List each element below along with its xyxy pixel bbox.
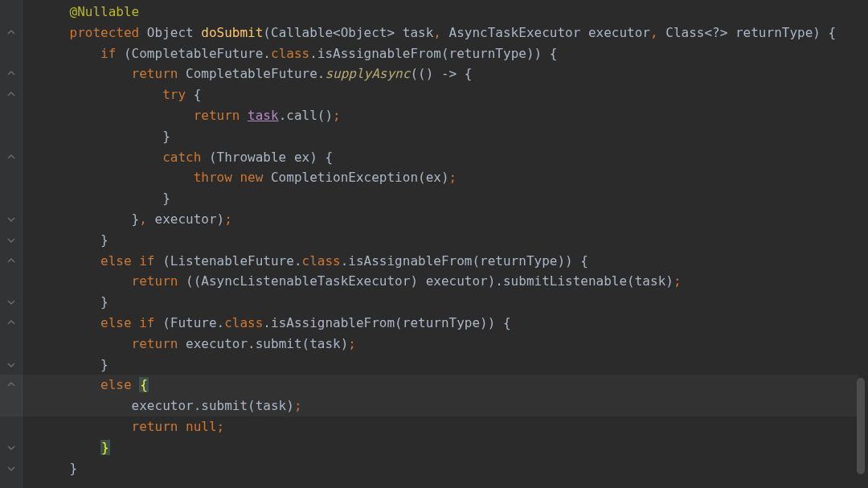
token: CompletableFuture.	[186, 66, 325, 81]
token: executor.submit(task)	[186, 336, 348, 351]
token: executor)	[155, 211, 225, 227]
token: task	[248, 108, 279, 123]
token: return	[194, 108, 248, 123]
code-line[interactable]: throw new CompletionException(ex);	[39, 167, 457, 188]
token: Object	[147, 25, 201, 40]
code-line[interactable]: try {	[39, 84, 201, 105]
token: .call()	[279, 108, 333, 123]
code-line[interactable]: }	[39, 292, 108, 313]
editor-gutter	[0, 0, 23, 488]
token: ;	[449, 170, 457, 185]
token: ;	[348, 336, 356, 351]
fold-open-icon[interactable]	[7, 29, 15, 37]
token: {	[194, 87, 202, 102]
token: supplyAsync	[325, 66, 410, 81]
code-line[interactable]: else {	[39, 375, 149, 396]
code-line[interactable]: }	[39, 458, 77, 479]
code-line[interactable]: protected Object doSubmit(Callable<Objec…	[39, 23, 836, 43]
token: (Callable<Object> task	[263, 25, 433, 40]
token: return	[132, 273, 186, 289]
fold-close-icon[interactable]	[7, 361, 15, 369]
token: ;	[674, 273, 682, 289]
token: }	[100, 357, 108, 372]
token: ,	[650, 25, 665, 40]
token: AsyncTaskExecutor executor	[449, 25, 650, 40]
code-line[interactable]: }	[39, 230, 108, 251]
token: }	[132, 211, 140, 227]
fold-open-icon[interactable]	[7, 70, 15, 78]
scrollbar-track[interactable]	[858, 0, 866, 488]
code-line[interactable]: return null;	[39, 416, 224, 437]
fold-close-icon[interactable]	[7, 215, 15, 223]
fold-close-icon[interactable]	[7, 298, 15, 306]
token: ((AsyncListenableTaskExecutor) executor)…	[186, 273, 674, 289]
fold-close-icon[interactable]	[7, 236, 15, 244]
token: ,	[139, 211, 154, 227]
token: }	[100, 232, 108, 248]
token: try	[162, 87, 194, 102]
token: }	[70, 461, 78, 476]
fold-open-icon[interactable]	[7, 381, 15, 389]
token: ;	[294, 398, 302, 413]
token: }	[162, 129, 170, 144]
token: executor.submit(task)	[132, 398, 294, 413]
code-line[interactable]: else if (Future.class.isAssignableFrom(r…	[39, 313, 511, 334]
code-area[interactable]: @Nullable protected Object doSubmit(Call…	[23, 0, 868, 488]
code-line[interactable]: @Nullable	[39, 2, 139, 23]
token: .isAssignableFrom(returnType)) {	[309, 46, 557, 61]
token: (ListenableFuture.	[162, 253, 301, 269]
token: CompletionException(ex)	[271, 170, 449, 185]
code-line[interactable]: return executor.submit(task);	[39, 334, 356, 355]
token: }	[100, 440, 110, 455]
code-line[interactable]: else if (ListenableFuture.class.isAssign…	[39, 251, 588, 272]
code-line[interactable]: }	[39, 188, 170, 209]
token: (CompletableFuture.	[124, 46, 271, 61]
token: if	[100, 46, 124, 61]
token: else	[100, 377, 139, 392]
token: .isAssignableFrom(returnType)) {	[341, 253, 588, 269]
token: catch	[162, 150, 209, 165]
token: Class<?> returnType) {	[665, 25, 836, 40]
fold-open-icon[interactable]	[7, 257, 15, 265]
code-line[interactable]: return ((AsyncListenableTaskExecutor) ex…	[39, 271, 682, 292]
token: (() -> {	[410, 66, 472, 81]
token: class	[302, 253, 341, 269]
token: class	[224, 315, 263, 330]
code-line[interactable]: }	[39, 355, 108, 375]
fold-close-icon[interactable]	[7, 444, 15, 452]
token: protected	[70, 25, 147, 40]
token: (Throwable ex) {	[209, 150, 333, 165]
code-line[interactable]: if (CompletableFuture.class.isAssignable…	[39, 43, 557, 64]
code-line[interactable]: }	[39, 437, 110, 458]
token: return	[132, 66, 186, 81]
token: ,	[433, 25, 448, 40]
token: doSubmit	[201, 25, 263, 40]
code-line[interactable]: catch (Throwable ex) {	[39, 147, 333, 168]
code-line[interactable]: return CompletableFuture.supplyAsync(() …	[39, 64, 472, 84]
token: return	[132, 336, 186, 351]
token: throw new	[194, 170, 271, 185]
fold-open-icon[interactable]	[7, 154, 15, 162]
code-line[interactable]: return task.call();	[39, 105, 341, 126]
token: else if	[100, 315, 162, 330]
token: }	[100, 294, 108, 310]
token: ;	[224, 211, 232, 227]
token: {	[139, 377, 149, 392]
fold-close-icon[interactable]	[7, 465, 15, 473]
token: ;	[333, 108, 341, 123]
fold-open-icon[interactable]	[7, 91, 15, 99]
token: @Nullable	[70, 4, 140, 19]
code-line[interactable]: }	[39, 126, 170, 147]
token: }	[162, 191, 170, 206]
token: return null;	[132, 419, 225, 434]
token: class	[271, 46, 309, 61]
token: else if	[100, 253, 162, 269]
code-editor[interactable]: @Nullable protected Object doSubmit(Call…	[0, 0, 868, 488]
scrollbar-thumb[interactable]	[857, 378, 865, 474]
token: (Future.	[162, 315, 224, 330]
code-line[interactable]: executor.submit(task);	[39, 396, 302, 416]
code-line[interactable]: }, executor);	[39, 209, 232, 230]
token: .isAssignableFrom(returnType)) {	[263, 315, 510, 330]
fold-open-icon[interactable]	[7, 319, 15, 327]
